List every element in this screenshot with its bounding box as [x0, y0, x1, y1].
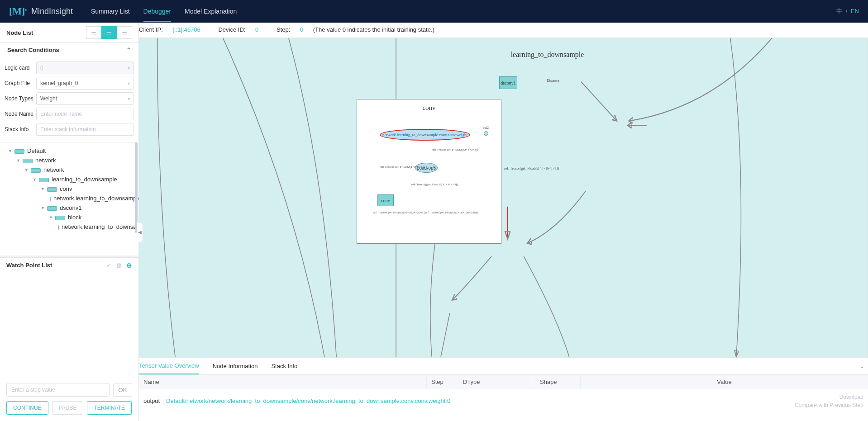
trash-icon[interactable]: 🗑 — [116, 262, 122, 269]
row-path[interactable]: Default/network/network/learning_to_down… — [166, 393, 450, 417]
node-list-title: Node List — [6, 29, 33, 36]
node-types-select[interactable]: Weight ▾ — [36, 92, 134, 105]
edge-label-5: ref: Tensor(get: Float32[1×16×126×256]) — [425, 211, 478, 214]
node-name-label: Node Name — [5, 111, 36, 117]
device-id-label: Device ID: — [218, 26, 245, 33]
node-tree[interactable]: ▼Default ▼network ▼network ▼learning_to_… — [0, 142, 138, 255]
col-dtype: DType — [458, 375, 535, 389]
search-section: Search Conditions ⌃ Logic card 0 ▾ Graph… — [0, 43, 138, 142]
graph-label-ref6: ref: Tensor(get: Float32[48×16×1×1]) — [504, 166, 559, 170]
col-name: Name — [139, 375, 427, 389]
terminate-button[interactable]: TERMINATE — [87, 401, 131, 415]
tab-node-info[interactable]: Node Information — [213, 358, 258, 374]
step-note: (The value 0 indicates the initial train… — [313, 26, 434, 33]
graph-node-selected-weight[interactable]: network.learning_to_downsample.conv.conv… — [380, 129, 470, 141]
graph-node-conv-inner[interactable]: conv — [377, 194, 394, 206]
sidebar-collapse-handle[interactable]: ◀ — [137, 222, 143, 242]
nav-summary-list[interactable]: Summary List — [91, 1, 130, 22]
graph-canvas[interactable]: learning_to_downsample dsconv1 Distance … — [139, 38, 868, 357]
chevron-up-icon: ⌃ — [126, 47, 131, 53]
app-header: [M]s MindInsight Summary List Debugger M… — [0, 0, 868, 23]
tree-item-conv[interactable]: ▼conv — [0, 184, 138, 194]
logo-text: MindInsight — [31, 7, 73, 16]
edge-label-2: ref: Tensor(get: Float32[1×3×3×3]) — [380, 165, 424, 169]
info-bar: Client IP: [::1]:46706 Device ID: 0 Step… — [139, 23, 868, 38]
watch-point-body — [0, 273, 138, 379]
chevron-down-icon: ▾ — [128, 96, 130, 101]
watch-point-header: Watch Point List ✓ 🗑 ⊕ — [0, 257, 138, 273]
stack-info-input[interactable] — [36, 123, 134, 136]
add-icon[interactable]: ⊕ — [126, 261, 132, 270]
search-conditions-header[interactable]: Search Conditions ⌃ — [0, 43, 138, 57]
sidebar-footer: OK CONTINUE PAUSE TERMINATE — [0, 378, 138, 421]
step-value: 0 — [300, 26, 303, 33]
search-title: Search Conditions — [7, 47, 59, 53]
logo: [M]s MindInsight — [9, 5, 73, 17]
chevron-down-icon: ▾ — [128, 66, 130, 71]
bottom-tabs: Tensor Value Overview Node Information S… — [139, 358, 868, 375]
pause-button[interactable]: PAUSE — [52, 401, 84, 415]
row-kind: output — [143, 393, 166, 417]
lang-zh[interactable]: 中 — [836, 8, 842, 14]
col-step: Step — [427, 375, 458, 389]
panel-collapse-icon[interactable]: ⌄ — [856, 363, 868, 369]
tree-item-weight2[interactable]: network.learning_to_downsam — [0, 222, 138, 232]
edge-label-1: ref: Tensor(get: Float32[32×3×3×3]) — [432, 148, 478, 151]
tab-stack-info[interactable]: Stack Info — [271, 358, 297, 374]
main-area: Client IP: [::1]:46706 Device ID: 0 Step… — [139, 23, 868, 421]
graph-node-cst2[interactable] — [484, 131, 488, 136]
nav-debugger[interactable]: Debugger — [143, 1, 172, 22]
continue-button[interactable]: CONTINUE — [6, 401, 48, 415]
download-link[interactable]: Download — [795, 394, 863, 400]
graph-box-conv[interactable]: conv network.learning_to_downsample.conv… — [357, 99, 501, 244]
node-name-input[interactable] — [36, 108, 134, 120]
view-mode-group — [86, 26, 132, 39]
client-ip-value[interactable]: [::1]:46706 — [172, 26, 200, 33]
sidebar: ◀ Node List Search Conditions ⌃ Logic ca… — [0, 23, 139, 421]
tree-scrollbar[interactable] — [135, 142, 138, 233]
view-grid-icon[interactable] — [101, 26, 117, 39]
step-label: Step: — [277, 26, 290, 33]
tree-item-selected-weight[interactable]: network.learning_to_downsample — [0, 194, 138, 203]
client-ip-label: Client IP: — [139, 26, 163, 33]
conv-box-title: conv — [357, 104, 501, 112]
lang-sep: / — [846, 8, 848, 14]
step-input[interactable] — [6, 383, 110, 397]
main-container: ◀ Node List Search Conditions ⌃ Logic ca… — [0, 23, 868, 421]
watch-point-title: Watch Point List — [6, 262, 52, 269]
top-nav: Summary List Debugger Model Explanation — [91, 1, 237, 22]
view-compact-icon[interactable] — [117, 26, 132, 39]
compare-link[interactable]: Compare with Previous Step — [795, 402, 863, 408]
tree-item-learning[interactable]: ▼learning_to_downsample — [0, 175, 138, 184]
graph-group-title: learning_to_downsample — [511, 51, 584, 59]
tree-item-dsconv1[interactable]: ▼dsconv1 — [0, 203, 138, 213]
edge-label-4: ref: Tensor(get: Float32[16×1024×2048]) — [373, 211, 425, 214]
lang-en[interactable]: EN — [851, 8, 859, 14]
search-body: Logic card 0 ▾ Graph File kernel_graph_0… — [0, 57, 138, 142]
cst2-label: cst2 — [483, 126, 489, 130]
tensor-table: Name Step DType Shape Value output Defau… — [139, 375, 868, 421]
chevron-down-icon: ▾ — [128, 81, 130, 86]
ok-button[interactable]: OK — [113, 383, 132, 397]
graph-file-select[interactable]: kernel_graph_0 ▾ — [36, 77, 134, 90]
view-list-icon[interactable] — [86, 26, 101, 39]
graph-label-distance: Distance — [547, 79, 559, 83]
graph-file-label: Graph File — [5, 80, 36, 86]
tab-tensor-value[interactable]: Tensor Value Overview — [139, 358, 199, 374]
table-row: output Default/network/network/learning_… — [139, 389, 868, 421]
logic-card-select[interactable]: 0 ▾ — [36, 61, 134, 74]
col-value: Value — [581, 375, 868, 389]
stack-info-label: Stack Info — [5, 126, 36, 132]
language-switch: 中 / EN — [836, 7, 859, 15]
check-icon[interactable]: ✓ — [106, 262, 111, 269]
table-header: Name Step DType Shape Value — [139, 375, 868, 389]
tree-item-default[interactable]: ▼Default — [0, 146, 138, 156]
tree-item-network[interactable]: ▼network — [0, 156, 138, 165]
logo-icon: [M]s — [9, 5, 27, 17]
nav-model-explanation[interactable]: Model Explanation — [185, 1, 237, 22]
tree-item-network2[interactable]: ▼network — [0, 165, 138, 175]
graph-node-dsconv1[interactable]: dsconv1 — [499, 76, 517, 89]
device-id-value: 0 — [255, 26, 258, 33]
tree-item-block[interactable]: ▼block — [0, 213, 138, 222]
node-list-header: Node List — [0, 23, 138, 43]
